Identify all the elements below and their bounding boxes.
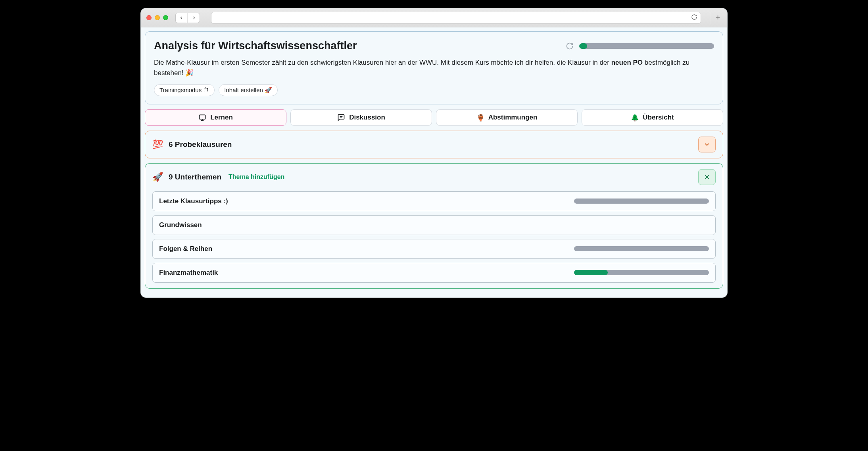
tab-overview-label: Übersicht <box>643 114 674 121</box>
vase-icon: 🏺 <box>476 114 484 121</box>
svg-rect-0 <box>200 115 205 119</box>
tab-discussion[interactable]: Diskussion <box>290 109 432 126</box>
back-button[interactable] <box>175 13 187 23</box>
minimize-window-button[interactable] <box>155 15 160 20</box>
tab-polls[interactable]: 🏺 Abstimmungen <box>436 109 578 126</box>
titlebar: + <box>141 8 727 27</box>
subtopic-title: Grundwissen <box>159 221 574 229</box>
overall-progress-fill <box>579 43 587 49</box>
expand-practice-button[interactable] <box>698 137 716 152</box>
subtopic-progress-bar <box>574 270 709 275</box>
subtopics-panel: 🚀 9 Unterthemen Thema hinzufügen Letzte … <box>145 163 723 289</box>
subtopic-progress-bar <box>574 199 709 204</box>
subtopics-panel-title: 9 Unterthemen <box>169 173 221 181</box>
header-chips: Trainingsmodus ⏱ Inhalt erstellen 🚀 <box>154 84 714 96</box>
forward-button[interactable] <box>188 13 200 23</box>
subtopic-row[interactable]: Grundwissen <box>152 215 716 235</box>
tab-overview[interactable]: 🌲 Übersicht <box>582 109 723 126</box>
tab-learn[interactable]: Lernen <box>145 109 286 126</box>
subtopic-row[interactable]: Letzte Klausurtipps :) <box>152 191 716 211</box>
subtopic-title: Letzte Klausurtipps :) <box>159 197 574 205</box>
training-mode-chip[interactable]: Trainingsmodus ⏱ <box>154 84 215 96</box>
tab-polls-label: Abstimmungen <box>488 114 538 121</box>
collapse-subtopics-button[interactable] <box>698 169 716 185</box>
overall-progress-bar <box>579 43 714 49</box>
nav-buttons <box>175 13 200 23</box>
page-content: Analysis für Wirtschaftswissenschaftler … <box>141 27 727 297</box>
window-controls <box>146 15 168 20</box>
course-header-card: Analysis für Wirtschaftswissenschaftler … <box>145 31 723 104</box>
url-bar[interactable] <box>211 12 701 24</box>
tree-icon: 🌲 <box>631 114 639 121</box>
url-refresh-icon[interactable] <box>691 14 697 22</box>
subtopic-row[interactable]: Folgen & Reihen <box>152 239 716 259</box>
tab-learn-label: Lernen <box>210 114 233 121</box>
create-content-chip[interactable]: Inhalt erstellen 🚀 <box>219 84 278 96</box>
refresh-icon[interactable] <box>566 42 574 50</box>
new-tab-button[interactable]: + <box>710 12 722 24</box>
desc-bold: neuen PO <box>611 59 643 66</box>
page-title: Analysis für Wirtschaftswissenschaftler <box>154 40 560 52</box>
hundred-icon: 💯 <box>152 139 163 150</box>
tab-discussion-label: Diskussion <box>349 114 385 121</box>
desc-pre: Die Mathe-Klausur im ersten Semester zäh… <box>154 59 611 66</box>
subtopic-progress-fill <box>574 270 608 275</box>
browser-window: + Analysis für Wirtschaftswissenschaftle… <box>140 8 728 298</box>
tab-bar: Lernen Diskussion 🏺 Abstimmungen 🌲 Übers… <box>145 109 723 126</box>
subtopics-list: Letzte Klausurtipps :)GrundwissenFolgen … <box>152 191 716 283</box>
course-description: Die Mathe-Klausur im ersten Semester zäh… <box>154 58 714 79</box>
subtopic-row[interactable]: Finanzmathematik <box>152 263 716 283</box>
practice-panel-title: 6 Probeklausuren <box>169 140 232 149</box>
subtopic-progress-bar <box>574 246 709 251</box>
rocket-icon: 🚀 <box>152 172 163 182</box>
close-window-button[interactable] <box>146 15 152 20</box>
subtopic-title: Finanzmathematik <box>159 269 574 277</box>
practice-exams-panel: 💯 6 Probeklausuren <box>145 131 723 158</box>
maximize-window-button[interactable] <box>163 15 168 20</box>
subtopic-title: Folgen & Reihen <box>159 245 574 253</box>
add-topic-link[interactable]: Thema hinzufügen <box>229 173 284 181</box>
